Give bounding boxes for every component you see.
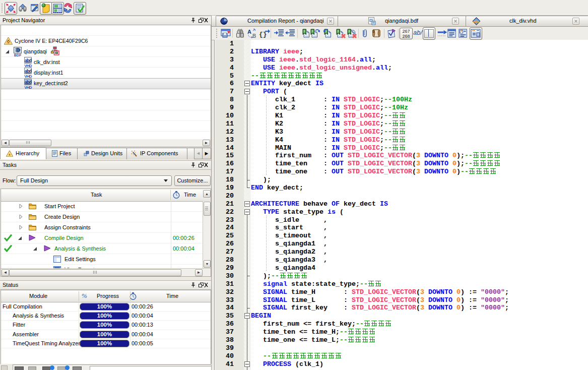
svg-text:abc: abc	[473, 19, 480, 24]
svg-text:BDF: BDF	[14, 53, 22, 57]
svg-text:B: B	[252, 33, 256, 38]
svg-text:abd: abd	[25, 69, 32, 74]
svg-text:abd: abd	[25, 58, 32, 63]
svg-text:VHD: VHD	[24, 85, 32, 89]
svg-text:A: A	[247, 29, 251, 35]
svg-text:abd: abd	[25, 80, 32, 85]
svg-text:VHD: VHD	[24, 64, 32, 68]
svg-text:VHD: VHD	[24, 74, 32, 78]
svg-text:{}: {}	[259, 31, 267, 38]
